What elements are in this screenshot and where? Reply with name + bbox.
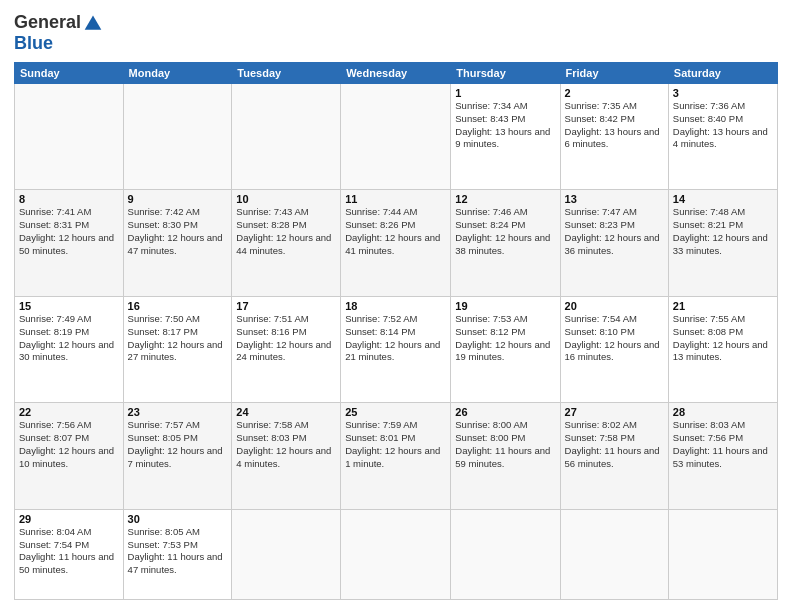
calendar-header-row: Sunday Monday Tuesday Wednesday Thursday… bbox=[15, 63, 778, 84]
calendar-cell: 19 Sunrise: 7:53 AMSunset: 8:12 PMDaylig… bbox=[451, 296, 560, 402]
day-number: 9 bbox=[128, 193, 228, 205]
day-number: 13 bbox=[565, 193, 664, 205]
day-detail: Sunrise: 8:04 AMSunset: 7:54 PMDaylight:… bbox=[19, 526, 114, 575]
day-number: 18 bbox=[345, 300, 446, 312]
day-number: 11 bbox=[345, 193, 446, 205]
calendar-cell: 29 Sunrise: 8:04 AMSunset: 7:54 PMDaylig… bbox=[15, 509, 124, 599]
day-number: 12 bbox=[455, 193, 555, 205]
calendar-cell: 26 Sunrise: 8:00 AMSunset: 8:00 PMDaylig… bbox=[451, 403, 560, 509]
calendar-cell: 10 Sunrise: 7:43 AMSunset: 8:28 PMDaylig… bbox=[232, 190, 341, 296]
day-detail: Sunrise: 7:34 AMSunset: 8:43 PMDaylight:… bbox=[455, 100, 550, 149]
calendar-cell bbox=[232, 84, 341, 190]
calendar-cell bbox=[15, 84, 124, 190]
calendar-cell: 11 Sunrise: 7:44 AMSunset: 8:26 PMDaylig… bbox=[341, 190, 451, 296]
day-detail: Sunrise: 7:50 AMSunset: 8:17 PMDaylight:… bbox=[128, 313, 223, 362]
page: General Blue Sunday Monday Tuesday Wedne… bbox=[0, 0, 792, 612]
col-thursday: Thursday bbox=[451, 63, 560, 84]
day-detail: Sunrise: 8:00 AMSunset: 8:00 PMDaylight:… bbox=[455, 419, 550, 468]
day-number: 27 bbox=[565, 406, 664, 418]
calendar-cell: 18 Sunrise: 7:52 AMSunset: 8:14 PMDaylig… bbox=[341, 296, 451, 402]
calendar-cell bbox=[560, 509, 668, 599]
calendar-cell: 22 Sunrise: 7:56 AMSunset: 8:07 PMDaylig… bbox=[15, 403, 124, 509]
day-detail: Sunrise: 7:51 AMSunset: 8:16 PMDaylight:… bbox=[236, 313, 331, 362]
col-monday: Monday bbox=[123, 63, 232, 84]
day-detail: Sunrise: 7:43 AMSunset: 8:28 PMDaylight:… bbox=[236, 206, 331, 255]
calendar-cell bbox=[341, 509, 451, 599]
day-detail: Sunrise: 7:54 AMSunset: 8:10 PMDaylight:… bbox=[565, 313, 660, 362]
week-row-1: 8 Sunrise: 7:41 AMSunset: 8:31 PMDayligh… bbox=[15, 190, 778, 296]
day-number: 26 bbox=[455, 406, 555, 418]
day-number: 30 bbox=[128, 513, 228, 525]
day-number: 1 bbox=[455, 87, 555, 99]
calendar-cell: 27 Sunrise: 8:02 AMSunset: 7:58 PMDaylig… bbox=[560, 403, 668, 509]
day-detail: Sunrise: 7:52 AMSunset: 8:14 PMDaylight:… bbox=[345, 313, 440, 362]
calendar-cell: 12 Sunrise: 7:46 AMSunset: 8:24 PMDaylig… bbox=[451, 190, 560, 296]
week-row-2: 15 Sunrise: 7:49 AMSunset: 8:19 PMDaylig… bbox=[15, 296, 778, 402]
day-number: 29 bbox=[19, 513, 119, 525]
week-row-4: 29 Sunrise: 8:04 AMSunset: 7:54 PMDaylig… bbox=[15, 509, 778, 599]
col-wednesday: Wednesday bbox=[341, 63, 451, 84]
col-sunday: Sunday bbox=[15, 63, 124, 84]
day-detail: Sunrise: 8:05 AMSunset: 7:53 PMDaylight:… bbox=[128, 526, 223, 575]
day-detail: Sunrise: 7:44 AMSunset: 8:26 PMDaylight:… bbox=[345, 206, 440, 255]
day-number: 2 bbox=[565, 87, 664, 99]
calendar-cell: 16 Sunrise: 7:50 AMSunset: 8:17 PMDaylig… bbox=[123, 296, 232, 402]
day-detail: Sunrise: 7:57 AMSunset: 8:05 PMDaylight:… bbox=[128, 419, 223, 468]
col-tuesday: Tuesday bbox=[232, 63, 341, 84]
day-number: 3 bbox=[673, 87, 773, 99]
day-detail: Sunrise: 8:03 AMSunset: 7:56 PMDaylight:… bbox=[673, 419, 768, 468]
header: General Blue bbox=[14, 12, 778, 54]
calendar-cell: 21 Sunrise: 7:55 AMSunset: 8:08 PMDaylig… bbox=[668, 296, 777, 402]
calendar-cell: 20 Sunrise: 7:54 AMSunset: 8:10 PMDaylig… bbox=[560, 296, 668, 402]
calendar-cell: 15 Sunrise: 7:49 AMSunset: 8:19 PMDaylig… bbox=[15, 296, 124, 402]
col-saturday: Saturday bbox=[668, 63, 777, 84]
day-number: 19 bbox=[455, 300, 555, 312]
day-number: 10 bbox=[236, 193, 336, 205]
calendar-cell bbox=[668, 509, 777, 599]
day-number: 24 bbox=[236, 406, 336, 418]
calendar-cell: 9 Sunrise: 7:42 AMSunset: 8:30 PMDayligh… bbox=[123, 190, 232, 296]
day-detail: Sunrise: 7:41 AMSunset: 8:31 PMDaylight:… bbox=[19, 206, 114, 255]
calendar-cell: 30 Sunrise: 8:05 AMSunset: 7:53 PMDaylig… bbox=[123, 509, 232, 599]
day-number: 28 bbox=[673, 406, 773, 418]
day-detail: Sunrise: 8:02 AMSunset: 7:58 PMDaylight:… bbox=[565, 419, 660, 468]
day-detail: Sunrise: 7:48 AMSunset: 8:21 PMDaylight:… bbox=[673, 206, 768, 255]
day-detail: Sunrise: 7:53 AMSunset: 8:12 PMDaylight:… bbox=[455, 313, 550, 362]
day-detail: Sunrise: 7:56 AMSunset: 8:07 PMDaylight:… bbox=[19, 419, 114, 468]
calendar-cell bbox=[123, 84, 232, 190]
calendar-cell: 24 Sunrise: 7:58 AMSunset: 8:03 PMDaylig… bbox=[232, 403, 341, 509]
day-detail: Sunrise: 7:35 AMSunset: 8:42 PMDaylight:… bbox=[565, 100, 660, 149]
calendar-cell bbox=[232, 509, 341, 599]
day-number: 21 bbox=[673, 300, 773, 312]
day-number: 23 bbox=[128, 406, 228, 418]
svg-marker-0 bbox=[85, 15, 102, 29]
calendar-cell: 13 Sunrise: 7:47 AMSunset: 8:23 PMDaylig… bbox=[560, 190, 668, 296]
calendar-cell bbox=[341, 84, 451, 190]
day-detail: Sunrise: 7:46 AMSunset: 8:24 PMDaylight:… bbox=[455, 206, 550, 255]
col-friday: Friday bbox=[560, 63, 668, 84]
calendar-cell: 3 Sunrise: 7:36 AMSunset: 8:40 PMDayligh… bbox=[668, 84, 777, 190]
calendar-cell: 17 Sunrise: 7:51 AMSunset: 8:16 PMDaylig… bbox=[232, 296, 341, 402]
logo: General Blue bbox=[14, 12, 103, 54]
calendar-cell: 23 Sunrise: 7:57 AMSunset: 8:05 PMDaylig… bbox=[123, 403, 232, 509]
calendar-cell bbox=[451, 509, 560, 599]
day-number: 16 bbox=[128, 300, 228, 312]
logo-icon bbox=[83, 13, 103, 33]
day-detail: Sunrise: 7:47 AMSunset: 8:23 PMDaylight:… bbox=[565, 206, 660, 255]
calendar-cell: 25 Sunrise: 7:59 AMSunset: 8:01 PMDaylig… bbox=[341, 403, 451, 509]
day-detail: Sunrise: 7:49 AMSunset: 8:19 PMDaylight:… bbox=[19, 313, 114, 362]
day-number: 17 bbox=[236, 300, 336, 312]
calendar-cell: 28 Sunrise: 8:03 AMSunset: 7:56 PMDaylig… bbox=[668, 403, 777, 509]
calendar-cell: 14 Sunrise: 7:48 AMSunset: 8:21 PMDaylig… bbox=[668, 190, 777, 296]
day-number: 22 bbox=[19, 406, 119, 418]
day-number: 20 bbox=[565, 300, 664, 312]
day-number: 8 bbox=[19, 193, 119, 205]
week-row-3: 22 Sunrise: 7:56 AMSunset: 8:07 PMDaylig… bbox=[15, 403, 778, 509]
day-number: 25 bbox=[345, 406, 446, 418]
day-detail: Sunrise: 7:59 AMSunset: 8:01 PMDaylight:… bbox=[345, 419, 440, 468]
day-detail: Sunrise: 7:58 AMSunset: 8:03 PMDaylight:… bbox=[236, 419, 331, 468]
logo-general-text: General bbox=[14, 12, 81, 33]
day-detail: Sunrise: 7:42 AMSunset: 8:30 PMDaylight:… bbox=[128, 206, 223, 255]
calendar-table: Sunday Monday Tuesday Wednesday Thursday… bbox=[14, 62, 778, 600]
calendar-cell: 1 Sunrise: 7:34 AMSunset: 8:43 PMDayligh… bbox=[451, 84, 560, 190]
